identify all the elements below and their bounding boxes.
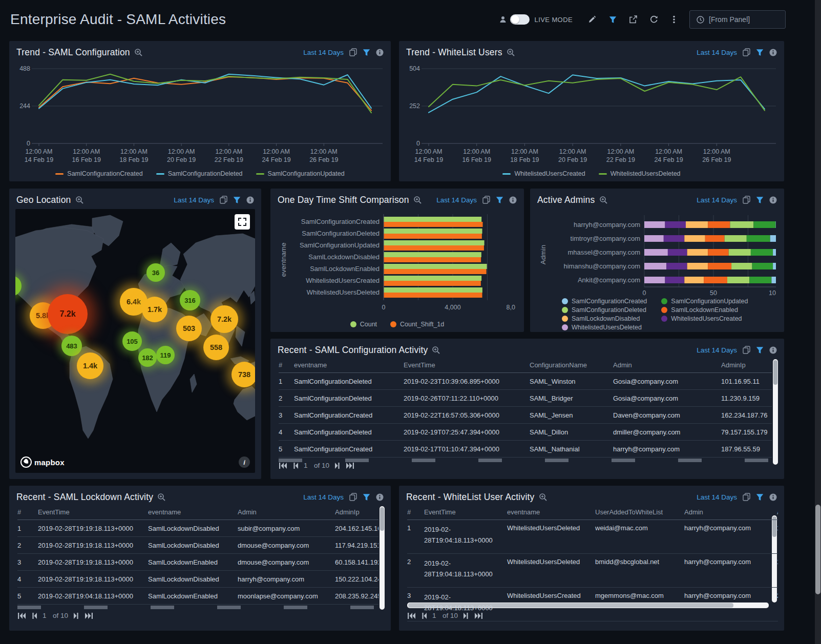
table-row[interactable]: 22019-02-28T19:19:18.113+0000SamlLockdow… bbox=[17, 537, 378, 554]
next-page-button[interactable] bbox=[334, 462, 341, 469]
table-row[interactable]: 52019-02-28T19:04:18.113+0000SamlLockdow… bbox=[17, 588, 378, 605]
map-cluster[interactable]: 7.2k bbox=[210, 305, 238, 333]
map-cluster[interactable]: 483 bbox=[61, 336, 82, 356]
legend-item[interactable]: SamlConfigurationUpdated bbox=[661, 297, 748, 305]
filter-icon[interactable] bbox=[756, 346, 764, 354]
column-header[interactable]: EventTime bbox=[38, 508, 148, 516]
column-header[interactable]: EventTime bbox=[424, 508, 507, 516]
zoom-in-icon[interactable] bbox=[539, 493, 548, 502]
column-header[interactable]: Admin bbox=[684, 508, 777, 516]
legend-item[interactable]: WhitelistedUsersDeleted bbox=[599, 170, 681, 177]
legend-item[interactable]: WhitelistedUsersCreated bbox=[661, 315, 748, 323]
legend-item[interactable]: WhitelistedUsersCreated bbox=[502, 170, 585, 177]
time-range-link[interactable]: Last 14 Days bbox=[303, 49, 344, 56]
share-icon[interactable] bbox=[623, 15, 643, 24]
legend-item[interactable]: SamlLockdownDisabled bbox=[562, 315, 647, 323]
prev-page-button[interactable] bbox=[31, 612, 37, 619]
legend-item[interactable]: SamlLockdownEnabled bbox=[661, 306, 748, 314]
copy-icon[interactable] bbox=[220, 196, 227, 204]
column-header[interactable]: eventname bbox=[148, 508, 238, 516]
column-header[interactable]: Admin bbox=[238, 508, 335, 516]
world-map[interactable]: 366.4k1.7k3165.8k7.2k5037.2k483105119558… bbox=[15, 209, 255, 473]
info-icon[interactable] bbox=[376, 493, 384, 501]
map-cluster[interactable]: 316 bbox=[180, 290, 200, 310]
table-row[interactable]: 12019-02-28T19:19:18.113+0000SamlLockdow… bbox=[17, 520, 378, 537]
filter-icon[interactable] bbox=[363, 49, 370, 56]
table-row[interactable]: 5SamlConfigurationCreated2019-02-17T01:1… bbox=[279, 441, 772, 458]
table-row[interactable]: 2SamlConfigurationDeleted2019-02-26T07:1… bbox=[279, 390, 772, 407]
filter-icon[interactable] bbox=[756, 493, 764, 501]
copy-icon[interactable] bbox=[743, 346, 750, 354]
map-cluster[interactable]: 105 bbox=[122, 331, 142, 351]
info-icon[interactable] bbox=[769, 196, 777, 204]
time-range-link[interactable]: Last 14 Days bbox=[697, 493, 737, 501]
zoom-in-icon[interactable] bbox=[134, 48, 143, 57]
page-scrollbar[interactable] bbox=[815, 0, 821, 644]
time-range-link[interactable]: Last 14 Days bbox=[174, 196, 214, 204]
column-header[interactable]: # bbox=[279, 361, 294, 369]
filter-icon[interactable] bbox=[756, 49, 764, 56]
table-row[interactable]: 1SamlConfigurationDeleted2019-02-23T10:3… bbox=[279, 373, 772, 390]
next-page-button[interactable] bbox=[73, 612, 79, 619]
column-header[interactable]: EventTime bbox=[404, 361, 530, 369]
mapbox-logo[interactable]: mapbox bbox=[20, 456, 65, 468]
info-icon[interactable] bbox=[769, 493, 777, 501]
zoom-in-icon[interactable] bbox=[157, 493, 166, 502]
column-header[interactable]: AdminIp bbox=[335, 508, 378, 516]
refresh-icon[interactable] bbox=[643, 15, 664, 24]
copy-icon[interactable] bbox=[349, 48, 357, 56]
first-page-button[interactable] bbox=[17, 612, 26, 619]
map-fullscreen-icon[interactable] bbox=[235, 214, 250, 230]
column-header[interactable]: ConfigurationName bbox=[530, 361, 613, 369]
legend-item[interactable]: Count bbox=[350, 321, 377, 328]
map-cluster[interactable]: 182 bbox=[138, 348, 157, 367]
last-page-button[interactable] bbox=[85, 612, 93, 619]
zoom-in-icon[interactable] bbox=[599, 196, 608, 204]
map-cluster[interactable]: 503 bbox=[176, 316, 202, 341]
table-row[interactable]: 3SamlConfigurationCreated2019-02-22T16:5… bbox=[279, 407, 772, 424]
column-header[interactable]: UserAddedToWhiteList bbox=[595, 508, 684, 516]
filter-icon[interactable] bbox=[363, 493, 370, 501]
zoom-in-icon[interactable] bbox=[75, 196, 84, 204]
time-range-link[interactable]: Last 14 Days bbox=[436, 196, 477, 204]
info-icon[interactable] bbox=[246, 196, 254, 204]
table-scrollbar[interactable] bbox=[773, 359, 778, 465]
map-cluster[interactable]: 36 bbox=[146, 263, 165, 282]
copy-icon[interactable] bbox=[743, 48, 750, 56]
info-icon[interactable] bbox=[509, 196, 517, 204]
edit-icon[interactable] bbox=[582, 15, 602, 24]
time-range-link[interactable]: Last 14 Days bbox=[697, 196, 737, 204]
copy-icon[interactable] bbox=[743, 196, 750, 204]
time-range-link[interactable]: Last 14 Days bbox=[303, 493, 344, 501]
page-number[interactable]: 1 bbox=[304, 462, 309, 469]
map-cluster[interactable]: 119 bbox=[156, 346, 175, 364]
legend-item[interactable]: SamlConfigurationCreated bbox=[55, 170, 142, 177]
time-range-link[interactable]: Last 14 Days bbox=[697, 346, 737, 354]
map-cluster[interactable]: 738 bbox=[231, 362, 255, 387]
column-header[interactable]: AdminIp bbox=[777, 508, 778, 516]
table-row[interactable]: 12019-02-28T19:04:18.113+0000Whitelisted… bbox=[407, 520, 778, 554]
legend-item[interactable]: SamlConfigurationCreated bbox=[562, 297, 647, 305]
copy-icon[interactable] bbox=[743, 493, 750, 501]
column-header[interactable]: eventname bbox=[294, 361, 404, 369]
legend-item[interactable]: Count_Shift_1d bbox=[390, 321, 444, 328]
map-cluster[interactable]: 558 bbox=[203, 335, 229, 360]
copy-icon[interactable] bbox=[349, 493, 357, 501]
map-info-icon[interactable]: i bbox=[239, 456, 250, 468]
time-selector[interactable]: [From Panel] bbox=[689, 10, 786, 29]
filter-icon[interactable] bbox=[233, 196, 241, 204]
legend-item[interactable]: WhitelistedUsersDeleted bbox=[562, 323, 647, 331]
info-icon[interactable] bbox=[769, 346, 777, 354]
column-header[interactable]: AdminIp bbox=[721, 361, 772, 369]
info-icon[interactable] bbox=[376, 49, 384, 56]
more-menu-icon[interactable] bbox=[664, 15, 684, 24]
zoom-in-icon[interactable] bbox=[413, 196, 422, 204]
copy-icon[interactable] bbox=[482, 196, 490, 204]
zoom-in-icon[interactable] bbox=[432, 346, 440, 355]
table-row[interactable]: 4SamlConfigurationDeleted2019-02-19T07:2… bbox=[279, 424, 772, 441]
table-scrollbar[interactable] bbox=[380, 506, 385, 610]
map-cluster[interactable]: 1.7k bbox=[142, 297, 167, 322]
prev-page-button[interactable] bbox=[292, 462, 299, 469]
zoom-in-icon[interactable] bbox=[507, 48, 515, 57]
column-header[interactable]: eventname bbox=[507, 508, 595, 516]
